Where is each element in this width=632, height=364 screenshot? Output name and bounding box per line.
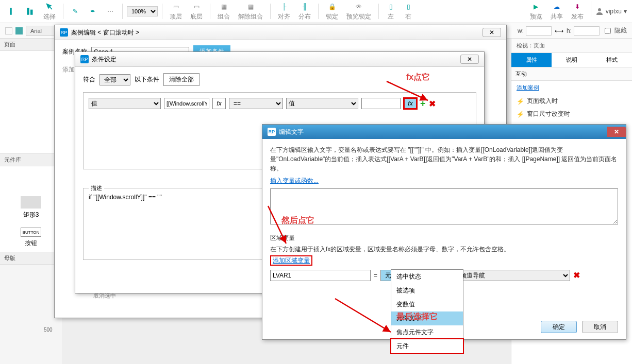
case-edit-title: 案例编辑 < 窗口滚动时 > <box>71 28 139 37</box>
add-region-var-link[interactable]: 添加区域变量 <box>270 255 312 266</box>
tab-style[interactable]: 样式 <box>592 53 632 67</box>
tab-properties[interactable]: 属性 <box>511 53 552 67</box>
distribute-tool[interactable]: ╢分布 <box>295 1 314 22</box>
align-h-tool[interactable]: ├对齐 <box>275 1 293 22</box>
edit-text-close[interactable]: ✕ <box>607 127 626 137</box>
expression-textarea[interactable] <box>270 188 618 224</box>
ok-button[interactable]: 确定 <box>541 321 577 333</box>
dd-item-var-value[interactable]: 变数值 <box>391 298 463 311</box>
sec-icon-1[interactable] <box>5 27 12 34</box>
event-window-resize[interactable]: ⚡ 窗口尺寸改变时 <box>511 108 632 120</box>
edge-tool[interactable] <box>5 6 21 17</box>
var-type-dropdown: 选中状态 被选项 变数值 元件文字 焦点元件文字 元件 <box>391 269 463 354</box>
zoom-select[interactable]: 100% <box>127 6 158 16</box>
delete-var-icon[interactable]: ✖ <box>573 269 580 282</box>
condition-close[interactable]: ✕ <box>460 55 479 64</box>
edit-text-title: 编辑文字 <box>279 128 304 136</box>
more-tool[interactable]: ⋯ <box>103 6 118 17</box>
var-name-input[interactable] <box>270 270 371 281</box>
svg-point-3 <box>598 8 601 11</box>
lightning-icon: ⚡ <box>517 98 524 105</box>
event-page-load[interactable]: ⚡ 页面载入时 <box>511 95 632 108</box>
cond-value-input[interactable] <box>361 98 401 109</box>
edit-text-titlebar[interactable]: RP 编辑文字 ✕ <box>262 125 626 139</box>
case-edit-titlebar[interactable]: RP 案例编辑 < 窗口滚动时 > ✕ <box>55 25 506 40</box>
match-suffix: 以下条件 <box>135 75 159 84</box>
var-target-select[interactable]: 频道导航 <box>456 270 570 281</box>
align-right[interactable]: ▯右 <box>401 1 416 22</box>
match-label: 符合 <box>83 75 95 84</box>
cancel-button[interactable]: 取消 <box>582 321 618 333</box>
dd-item-focus-widget-text[interactable]: 焦点元件文字 <box>391 325 463 339</box>
cond-expr-input[interactable] <box>164 98 209 109</box>
add-case-link[interactable]: 添加案例 <box>511 81 632 95</box>
preview-button[interactable]: ▶预览 <box>527 1 545 22</box>
case-edit-close[interactable]: ✕ <box>483 28 501 37</box>
left-panel: 页面 元件库 矩形3 BUTTON 按钮 母版 <box>0 39 62 265</box>
tab-notes[interactable]: 说明 <box>552 53 592 67</box>
condition-row: 值 fx == 值 fx + ✖ <box>89 98 471 109</box>
ruler-500: 500 <box>44 327 53 333</box>
format-tool[interactable]: ✎ <box>68 6 83 17</box>
dd-item-widget-text[interactable]: 元件文字 <box>391 311 463 325</box>
match-select[interactable]: 全部 <box>99 74 130 85</box>
dd-item-widget[interactable]: 元件 <box>390 338 464 354</box>
cond-type2-select[interactable]: 值 <box>286 98 358 109</box>
group-tool[interactable]: ▦组合 <box>214 1 233 22</box>
lib-rect3[interactable]: 矩形3 <box>0 192 62 223</box>
select-label: 选择 <box>43 12 56 21</box>
lock-tool[interactable]: 🔒锁定 <box>323 1 341 22</box>
user-menu[interactable]: viptxu ▾ <box>595 1 627 22</box>
condition-titlebar[interactable]: RP 条件设定 ✕ <box>75 52 484 67</box>
cond-operator-select[interactable]: == <box>229 98 283 109</box>
fx-button-right[interactable]: fx <box>404 98 417 109</box>
property-tabs: 属性 说明 样式 <box>511 53 632 67</box>
link-dims-icon[interactable]: ⟷ <box>555 27 563 34</box>
svg-rect-2 <box>30 10 33 15</box>
interaction-header: 互动 <box>511 67 632 81</box>
desc-legend: 描述 <box>89 184 104 192</box>
hidden-checkbox[interactable] <box>605 28 611 34</box>
svg-rect-0 <box>10 8 11 15</box>
publish-button[interactable]: ⬇发布 <box>568 1 587 22</box>
cond-type-select[interactable]: 值 <box>89 98 161 109</box>
condition-title: 条件设定 <box>92 55 117 64</box>
user-name: viptxu <box>606 8 622 15</box>
layer-back[interactable]: ▭底层 <box>187 1 206 22</box>
delete-condition-icon[interactable]: ✖ <box>429 99 436 109</box>
rp-icon: RP <box>60 28 68 37</box>
region-var-desc: 在下方创建用于插入fx的区域变量，区域变量名称必须是字母、数字，不允许包含空格。 <box>270 245 618 254</box>
main-toolbar: 选择 ✎ ✒ ⋯ 100% ▭顶层 ▭底层 ▦组合 ▦解除组合 ├对齐 ╢分布 … <box>0 0 632 23</box>
layer-front[interactable]: ▭顶层 <box>167 1 185 22</box>
fx-button-left[interactable]: fx <box>212 98 226 109</box>
svg-rect-1 <box>27 8 29 15</box>
chevron-down-icon: ▾ <box>624 8 627 15</box>
ungroup-tool[interactable]: ▦解除组合 <box>235 1 266 22</box>
instruction-text: 在下方编辑区输入文字，变量名称或表达式要写在 "[[""]]" 中。例如：插入变… <box>270 145 618 173</box>
add-condition-icon[interactable]: + <box>420 98 426 109</box>
align-tool[interactable] <box>23 6 38 17</box>
master-header: 母版 <box>0 252 62 265</box>
share-button[interactable]: ☁共享 <box>547 1 566 22</box>
dd-item-selected-option[interactable]: 被选项 <box>391 284 463 298</box>
inspect-header: 检视：页面 <box>511 39 632 53</box>
sec-icon-2[interactable] <box>15 27 23 34</box>
region-var-header: 区域变量 <box>270 233 618 242</box>
lib-button[interactable]: BUTTON 按钮 <box>0 223 62 252</box>
select-tool[interactable]: 选择 <box>40 1 59 22</box>
preview-lock-tool[interactable]: 👁预览锁定 <box>343 1 374 22</box>
pages-header: 页面 <box>0 39 62 51</box>
clear-all-button[interactable]: 清除全部 <box>163 73 199 86</box>
rp-icon: RP <box>80 55 89 63</box>
equals-label: = <box>374 271 377 280</box>
align-left[interactable]: ▯左 <box>383 1 398 22</box>
library-header: 元件库 <box>0 154 62 166</box>
insert-var-link[interactable]: 插入变量或函数... <box>270 177 319 184</box>
pen-tool[interactable]: ✒ <box>85 6 101 17</box>
height-input[interactable] <box>574 26 600 36</box>
rp-icon: RP <box>268 128 276 136</box>
lightning-icon: ⚡ <box>517 111 524 118</box>
width-input[interactable] <box>526 26 552 36</box>
dd-item-selected-state[interactable]: 选中状态 <box>391 270 463 284</box>
